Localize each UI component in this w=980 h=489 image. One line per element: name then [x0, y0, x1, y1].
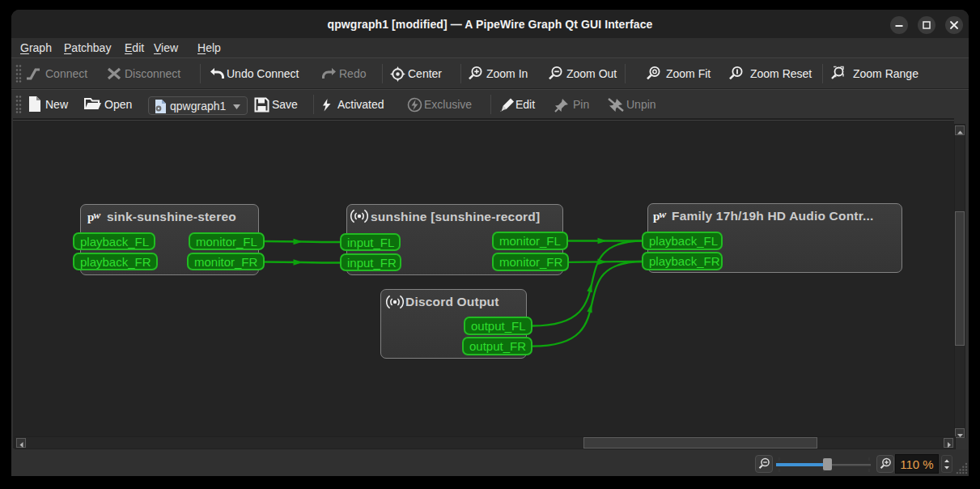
svg-text:w: w — [660, 208, 667, 220]
svg-text:w: w — [94, 209, 101, 221]
